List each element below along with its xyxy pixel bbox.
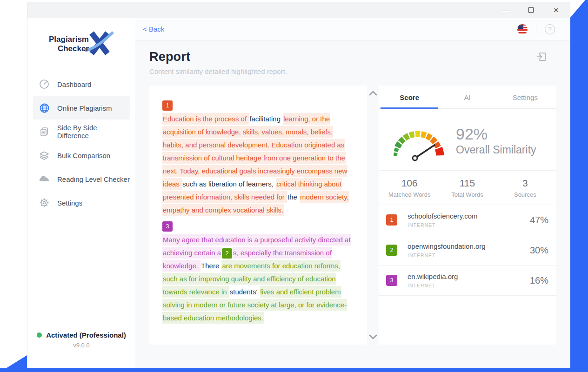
document-scrollbar [367,86,379,345]
tab-score[interactable]: Score [381,86,438,109]
layers-icon [39,150,50,161]
similarity-gauge-row: 92% Overall Similarity [379,109,556,171]
gear-icon [39,197,50,208]
similarity-percent: 92% [456,126,536,143]
sidebar-item-label: Reading Level Checker [57,175,130,183]
logo-text: Plagiarism Checker [49,35,89,54]
sidebar-item-dashboard[interactable]: Dashboard [33,73,130,96]
text-segment: the [287,191,300,203]
cloud-icon [39,173,50,185]
match-badge[interactable]: 2 [222,248,232,259]
source-domain: openwingsfoundation.org [408,242,530,250]
stat-total-words: 115 Total Words [438,178,496,198]
activation-label: Activated (Professional) [46,331,126,339]
page-header: Report Content similarity detailed highl… [135,40,570,75]
scroll-down-icon[interactable] [369,333,377,342]
source-type: INTERNET [408,283,530,288]
screen: — ✕ Plagiarism Checker [0,0,588,372]
app-body: Plagiarism Checker [27,18,570,368]
globe-icon [39,102,50,113]
sidebar-item-label: Dashboard [57,80,91,88]
activation-dot-icon [37,332,42,338]
source-badge: 3 [386,275,397,286]
source-badge: 1 [386,214,397,226]
app-window: — ✕ Plagiarism Checker [27,2,570,368]
scroll-up-icon[interactable] [369,89,377,98]
stats-row: 106 Matched Words 115 Total Words 3 Sour… [379,171,556,205]
sidebar-item-side-by-side[interactable]: Side By Side Difference [33,120,130,143]
sidebar-nav: Dashboard Online Plagiarism Side By Side… [27,72,135,215]
documents-icon [39,126,50,137]
overall-similarity: 92% Overall Similarity [456,126,536,156]
back-link[interactable]: < Back [143,25,164,33]
source-percent: 16% [530,275,548,286]
maximize-button[interactable] [527,7,535,13]
highlighted-text-segment[interactable]: Education is the process of [162,113,249,125]
tab-ai[interactable]: AI [438,86,496,108]
similarity-gauge-icon [389,118,448,164]
sidebar-item-settings[interactable]: Settings [33,191,130,214]
titlebar: — ✕ [27,2,570,18]
content-row: 1Education is the process of facilitatin… [135,75,570,345]
text-segment: facilitating [249,113,283,125]
dashboard-gauge-icon [39,79,50,90]
main-area: < Back ? Report Content similarity detai… [135,18,570,368]
sidebar-item-online-plagiarism[interactable]: Online Plagiarism [33,96,130,120]
document-panel: 1Education is the process of facilitatin… [149,86,367,345]
source-type: INTERNET [408,222,530,228]
stat-matched-words: 106 Matched Words [381,178,438,198]
sidebar-item-reading-level[interactable]: Reading Level Checker [33,167,130,191]
source-type: INTERNET [408,252,530,258]
text-segment: students' [229,286,260,298]
source-row-3[interactable]: 3 en.wikipedia.org INTERNET 16% [379,266,556,296]
source-domain: schoolofsciencery.com [408,212,530,220]
text-segment: such as liberation of learners, [182,178,276,190]
sidebar-item-label: Settings [57,199,82,207]
sidebar-item-bulk-comparison[interactable]: Bulk Comparison [33,144,130,167]
source-percent: 47% [530,215,548,226]
activation-status: Activated (Professional) v9.0.0 [27,331,135,368]
minimize-button[interactable]: — [502,7,509,13]
decor-right-band [569,0,588,372]
decor-bottom-strip [0,368,588,372]
topbar-divider [536,25,536,34]
similarity-label: Overall Similarity [456,144,536,156]
source-row-2[interactable]: 2 openwingsfoundation.org INTERNET 30% [379,235,556,266]
source-percent: 30% [530,245,548,256]
sidebar: Plagiarism Checker [27,18,135,368]
source-row-1[interactable]: 1 schoolofsciencery.com INTERNET 47% [379,205,556,235]
source-badge: 2 [386,245,397,256]
tab-settings[interactable]: Settings [496,86,554,108]
source-domain: en.wikipedia.org [408,272,530,280]
page-subtitle: Content similarity detailed highlighted … [149,67,551,75]
match-badge[interactable]: 1 [162,100,173,111]
sidebar-item-label: Bulk Comparison [57,152,110,159]
document-text: 1Education is the process of facilitatin… [162,100,354,325]
export-report-button[interactable] [535,51,548,65]
sidebar-item-label: Online Plagiarism [57,104,112,112]
stat-sources: 3 Sources [496,178,554,198]
close-button[interactable]: ✕ [552,7,560,13]
app-logo: Plagiarism Checker [27,18,135,72]
score-panel: Score AI Settings [379,86,556,345]
panel-tabs: Score AI Settings [379,86,556,109]
language-flag-icon[interactable] [517,24,528,34]
match-badge[interactable]: 3 [162,221,173,232]
main-topbar: < Back ? [135,18,570,40]
text-segment: There [200,260,221,272]
page-title: Report [149,50,551,64]
app-version: v9.0.0 [27,342,135,349]
maximize-icon [528,7,534,13]
help-icon[interactable]: ? [545,24,555,34]
sidebar-item-label: Side By Side Difference [57,124,130,140]
